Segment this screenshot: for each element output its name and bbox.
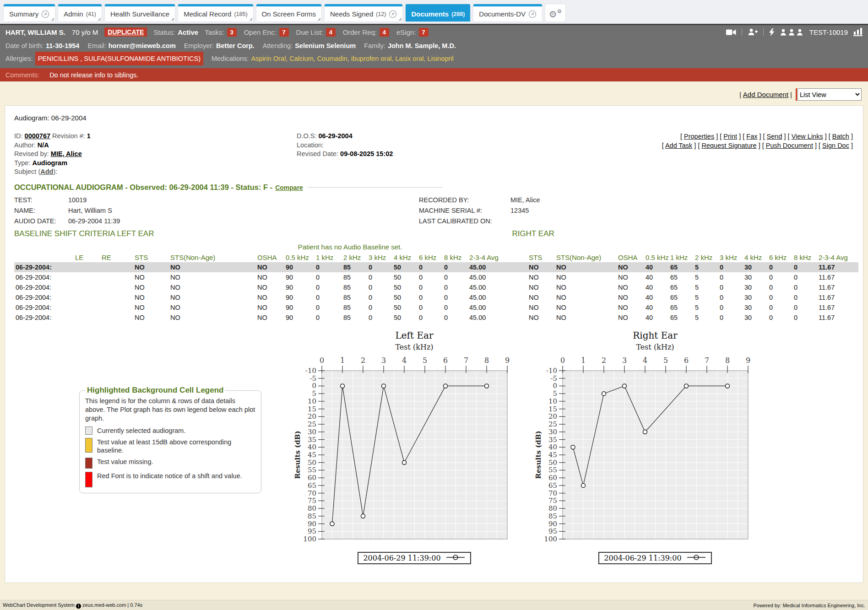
chart-series-label: 2004-06-29 11:39:00: [363, 554, 440, 562]
tab-needs-signed[interactable]: Needs Signed(12): [325, 4, 402, 22]
external-link-icon[interactable]: [389, 10, 397, 18]
footer-app-name: WebChart Development System: [3, 602, 75, 608]
svg-text:1: 1: [340, 356, 345, 365]
svg-text:10: 10: [548, 397, 557, 405]
medications-list[interactable]: Aspirin Oral, Calcium, Coumadin, ibuprof…: [251, 53, 453, 65]
row-date: 06-29-2004:: [14, 313, 74, 323]
doc-action-request-signature[interactable]: Request Signature: [702, 142, 757, 149]
cell-right: 11.67: [817, 302, 858, 313]
badge-count[interactable]: 7: [279, 28, 289, 37]
cell-left: 50: [392, 302, 418, 313]
separator: [742, 28, 742, 36]
settings-gear-button[interactable]: ⚙⚙: [545, 4, 565, 22]
column-header-le: LE: [74, 253, 100, 262]
column-header-2-khz: 2 kHz: [694, 253, 718, 262]
compare-link[interactable]: Compare: [275, 184, 303, 191]
lightning-icon[interactable]: [769, 28, 775, 36]
column-header-0-5-khz: 0.5 kHz: [644, 253, 669, 262]
bracket-link-wrap: [ View Links ]: [788, 133, 829, 140]
cell-left: 90: [284, 313, 315, 323]
external-link-icon[interactable]: [41, 10, 49, 18]
type-label: Type:: [14, 159, 30, 167]
doc-action-sign-doc[interactable]: Sign Doc: [822, 142, 849, 149]
cell-right: 5: [694, 302, 718, 313]
cell-right: 5: [694, 292, 718, 302]
doc-action-send[interactable]: Send: [767, 133, 782, 140]
tab-summary[interactable]: Summary: [4, 4, 55, 22]
document-panel: Audiogram: 06-29-2004 ID: 0000767 Revisi…: [5, 105, 863, 583]
video-camera-icon[interactable]: [726, 29, 736, 36]
table-row[interactable]: 06-29-2004:NONONO900850500045.00NONONO40…: [14, 302, 858, 313]
bar-chart-icon[interactable]: [853, 28, 863, 36]
badge-count[interactable]: 4: [326, 28, 336, 37]
table-row[interactable]: 06-29-2004:NONONO900850500045.00NONONO40…: [14, 313, 858, 323]
cell-right: 11.67: [817, 313, 858, 323]
table-row[interactable]: 06-29-2004:NONONO900850500045.00NONONO40…: [14, 292, 858, 302]
cell-left: [74, 292, 100, 302]
column-header-2-khz: 2 kHz: [342, 253, 367, 262]
badge-count[interactable]: 4: [380, 28, 389, 37]
bracket-link-wrap: [ Send ]: [763, 133, 788, 140]
doc-action-batch[interactable]: Batch: [832, 133, 849, 140]
cell-right: 30: [743, 282, 768, 292]
badge-count[interactable]: 3: [227, 28, 237, 37]
tab-health-surveillance[interactable]: Health Surveillance: [105, 4, 175, 22]
patient-header-icons: TEST-10019: [726, 28, 863, 36]
tab-medical-record[interactable]: Medical Record(185): [178, 4, 253, 22]
tab-documents-dv[interactable]: Documents-DV: [473, 4, 542, 22]
subject-add-link[interactable]: Add: [40, 168, 53, 175]
patient-badge-open-enc: Open Enc:7: [244, 28, 289, 37]
badge-count[interactable]: 7: [419, 28, 429, 37]
column-header-sts-non-age: STS(Non-Age): [555, 253, 617, 262]
cell-left: 0: [418, 302, 443, 313]
left-ear-chart: Left EarTest (kHz)0123456789-10-50510152…: [293, 330, 522, 564]
chart-plot: 0123456789-10-50510152025303540455055606…: [534, 351, 763, 547]
cell-left: NO: [169, 313, 256, 323]
duplicate-badge[interactable]: DUPLICATE: [104, 27, 147, 37]
patients-group-icon[interactable]: [780, 29, 804, 36]
tab-documents[interactable]: Documents(288): [406, 4, 470, 22]
tab-on-screen-forms[interactable]: On Screen Forms: [256, 4, 321, 22]
cell-right: 11.67: [817, 292, 858, 302]
view-mode-select[interactable]: List View: [797, 88, 862, 101]
badge-label: Open Enc:: [244, 28, 277, 36]
doc-action-print[interactable]: Print: [723, 133, 737, 140]
tab-admin[interactable]: Admin(41): [58, 4, 102, 22]
add-user-icon[interactable]: [748, 28, 758, 36]
cell-left: [74, 313, 100, 323]
svg-text:8: 8: [484, 356, 489, 365]
svg-text:85: 85: [548, 512, 557, 520]
allergies-badge[interactable]: PENICILLINS , SULFA(SULFONAMIDE ANTIBIOT…: [35, 52, 203, 65]
tab-count: (41): [86, 11, 96, 17]
left-ear-section-header: BASELINE SHIFT CRITERIA LEFT EAR: [14, 229, 154, 238]
cell-left: 45.00: [468, 292, 514, 302]
svg-text:8: 8: [725, 356, 730, 365]
cell-right: 0: [718, 262, 743, 272]
svg-text:7: 7: [464, 356, 468, 365]
doc-action-add-task[interactable]: Add Task: [665, 142, 692, 149]
doc-action-push-document[interactable]: Push Document: [766, 142, 813, 149]
demo-family: Family:John M. Sample, M.D.: [364, 40, 456, 52]
info-icon[interactable]: i: [76, 604, 81, 609]
svg-text:50: 50: [548, 459, 557, 467]
external-link-icon[interactable]: [528, 10, 537, 18]
table-row[interactable]: 06-29-2004:NONONO900850500045.00NONONO40…: [14, 262, 858, 272]
add-document-link[interactable]: Add Document: [743, 91, 788, 98]
doc-action-view-links[interactable]: View Links: [792, 133, 823, 140]
cell-right: 65: [669, 282, 694, 292]
patient-badge-esign: eSign:7: [396, 28, 429, 37]
cell-left: 0: [315, 272, 342, 282]
demographics-row2: Allergies: PENICILLINS , SULFA(SULFONAMI…: [5, 52, 863, 65]
patient-status: Status: Active: [153, 28, 198, 36]
revised-by-link[interactable]: MIE, Alice: [51, 150, 82, 157]
doc-action-fax[interactable]: Fax: [746, 133, 757, 140]
table-row[interactable]: 06-29-2004:NONONO900850500045.00NONONO40…: [14, 272, 858, 282]
station-id: TEST-10019: [809, 28, 848, 36]
doc-action-properties[interactable]: Properties: [684, 133, 714, 140]
svg-text:40: 40: [308, 443, 316, 451]
dos-label: D.O.S:: [297, 132, 317, 140]
column-header-3-khz: 3 kHz: [367, 253, 392, 262]
revision-label: Revision #:: [52, 132, 85, 140]
document-id-link[interactable]: 0000767: [25, 132, 50, 140]
table-row[interactable]: 06-29-2004:NONONO900850500045.00NONONO40…: [14, 282, 858, 292]
